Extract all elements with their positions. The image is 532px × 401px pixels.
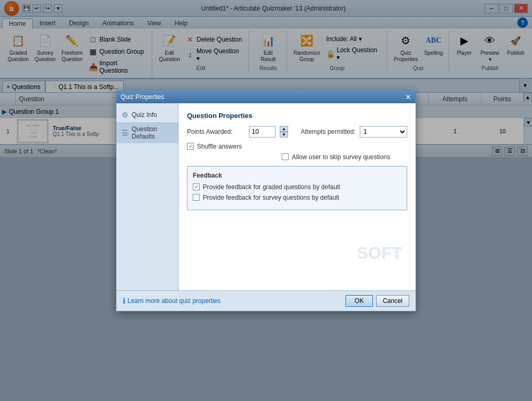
modal-close-button[interactable]: ✕	[405, 93, 411, 101]
info-icon: ℹ	[123, 297, 125, 305]
watermark: SOFT	[357, 243, 402, 263]
feedback-section: Feedback Provide feedback for graded que…	[187, 166, 407, 210]
modal-title-bar: Quiz Properties ✕	[116, 91, 416, 103]
points-label: Points Awarded:	[187, 128, 245, 135]
skip-survey-row: Allow user to skip survey questions	[282, 153, 407, 161]
modal-title: Quiz Properties	[121, 93, 164, 101]
points-input[interactable]	[249, 126, 275, 138]
attempts-select[interactable]: 1 2 3 Unlimited	[360, 126, 407, 138]
shuffle-row: Shuffle answers	[187, 143, 407, 150]
shuffle-label: Shuffle answers	[197, 143, 242, 150]
modal-buttons: OK Cancel	[346, 295, 409, 307]
skip-survey-checkbox[interactable]	[282, 153, 289, 160]
survey-feedback-row: Provide feedback for survey questions by…	[193, 194, 401, 201]
feedback-title: Feedback	[193, 172, 401, 179]
question-defaults-icon: ☰	[122, 129, 129, 137]
modal-nav: ⚙ Quiz Info ☰ Question Defaults	[116, 103, 179, 290]
modal-section-title: Question Properties	[187, 112, 407, 120]
graded-feedback-row: Provide feedback for graded questions by…	[193, 183, 401, 191]
quiz-info-icon: ⚙	[122, 111, 129, 119]
survey-feedback-checkbox[interactable]	[193, 194, 200, 201]
attempts-label: Attempts permitted:	[292, 128, 356, 135]
points-spinner: ▲ ▼	[280, 126, 288, 138]
points-spin-up[interactable]: ▲	[280, 126, 288, 132]
graded-feedback-checkbox[interactable]	[193, 183, 200, 190]
modal-footer: ℹ Learn more about quiz properties OK Ca…	[116, 290, 416, 311]
points-row: Points Awarded: ▲ ▼ Attempts permitted: …	[187, 126, 407, 138]
quiz-properties-modal: Quiz Properties ✕ ⚙ Quiz Info ☰ Question…	[116, 90, 416, 311]
survey-feedback-label: Provide feedback for survey questions by…	[203, 194, 339, 201]
graded-feedback-label: Provide feedback for graded questions by…	[203, 183, 340, 191]
points-spin-down[interactable]: ▼	[280, 132, 288, 138]
question-defaults-label: Question Defaults	[132, 125, 173, 140]
ok-button[interactable]: OK	[346, 295, 372, 307]
learn-more-link[interactable]: ℹ Learn more about quiz properties	[123, 297, 221, 305]
learn-more-label: Learn more about quiz properties	[127, 297, 221, 305]
modal-body: ⚙ Quiz Info ☰ Question Defaults Question…	[116, 103, 416, 290]
skip-survey-label: Allow user to skip survey questions	[292, 153, 390, 161]
modal-overlay: Quiz Properties ✕ ⚙ Quiz Info ☰ Question…	[0, 0, 532, 401]
shuffle-checkbox[interactable]	[187, 143, 194, 150]
quiz-info-label: Quiz Info	[132, 111, 157, 119]
modal-main-content: Question Properties Points Awarded: ▲ ▼ …	[179, 103, 416, 290]
quiz-info-nav-item[interactable]: ⚙ Quiz Info	[116, 107, 178, 122]
cancel-button[interactable]: Cancel	[376, 295, 409, 307]
question-defaults-nav-item[interactable]: ☰ Question Defaults	[116, 122, 178, 143]
